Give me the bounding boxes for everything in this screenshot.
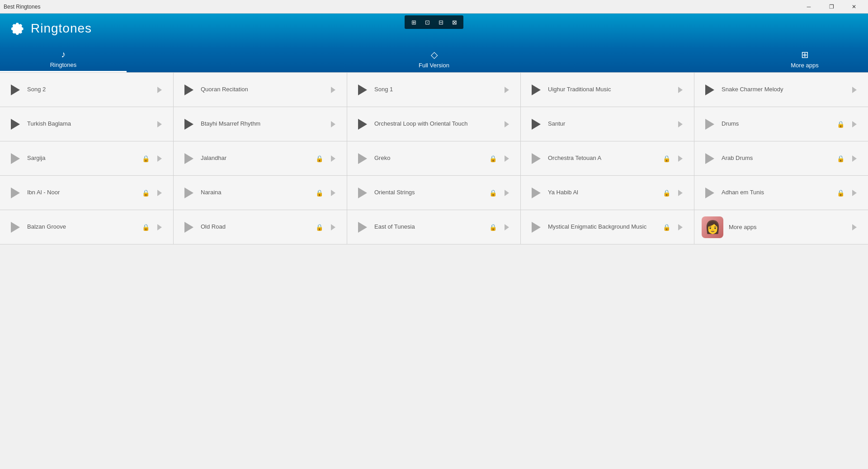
chevron-button[interactable] [674, 221, 687, 234]
play-icon [358, 222, 367, 233]
chevron-button[interactable] [500, 152, 513, 165]
song-cell: Btayhi Msarref Rhythm [174, 107, 347, 141]
title-bar-text: Best Ringtones [4, 4, 40, 10]
chevron-button[interactable] [153, 118, 166, 131]
play-button[interactable] [7, 82, 24, 98]
play-button[interactable] [528, 185, 544, 201]
chevron-button[interactable] [674, 152, 687, 165]
play-button[interactable] [354, 185, 371, 201]
tab-ringtones[interactable]: ♪ Ringtones [0, 45, 127, 72]
chevron-button[interactable] [674, 118, 687, 131]
chevron-button[interactable] [327, 118, 340, 131]
play-button[interactable] [528, 82, 544, 98]
play-button[interactable] [7, 219, 24, 235]
lock-icon: 🔒 [142, 189, 150, 197]
chevron-button[interactable] [500, 84, 513, 96]
chevron-right-icon [505, 155, 509, 162]
play-button[interactable] [181, 219, 197, 235]
tab-more-apps-label: More apps [791, 62, 818, 69]
minimize-button[interactable]: ─ [798, 0, 819, 14]
play-button[interactable] [181, 116, 197, 132]
chevron-button[interactable] [500, 221, 513, 234]
play-icon [532, 119, 541, 130]
chevron-button[interactable] [848, 152, 861, 165]
chevron-right-icon [331, 121, 335, 127]
lock-icon: 🔒 [142, 224, 150, 231]
song-name: Snake Charmer Melody [722, 86, 844, 94]
play-button[interactable] [354, 219, 371, 235]
song-name: Old Road [201, 223, 312, 231]
song-cell: Jalandhar 🔒 [174, 141, 347, 176]
song-cell: Mystical Enigmatic Background Music 🔒 [521, 210, 694, 244]
play-button[interactable] [181, 82, 197, 98]
close-button[interactable]: ✕ [844, 0, 864, 14]
chevron-right-icon [852, 224, 857, 230]
chevron-right-icon [157, 155, 162, 162]
song-cell: Sargija 🔒 [0, 141, 174, 176]
play-icon [705, 188, 714, 198]
chevron-button[interactable] [674, 187, 687, 199]
play-button[interactable] [354, 150, 371, 167]
grid-icon: ⊞ [801, 49, 809, 60]
toolbar-btn-3[interactable]: ⊟ [434, 17, 447, 27]
play-button[interactable] [7, 185, 24, 201]
chevron-right-icon [157, 87, 162, 93]
tab-more-apps[interactable]: ⊞ More apps [741, 45, 868, 72]
more-apps-cell[interactable]: 👩 More apps [694, 210, 868, 244]
play-button[interactable] [528, 219, 544, 235]
song-cell: Uighur Traditional Music [521, 73, 694, 107]
chevron-button[interactable] [153, 187, 166, 199]
chevron-right-icon [505, 87, 509, 93]
music-icon: ♪ [61, 49, 66, 60]
chevron-button[interactable] [500, 187, 513, 199]
toolbar-btn-2[interactable]: ⊡ [421, 17, 434, 27]
play-button[interactable] [702, 116, 718, 132]
chevron-button[interactable] [153, 84, 166, 96]
app-header: ⊞ ⊡ ⊟ ⊠ Ringtones ♪ Ringtones ◇ Full Ver… [0, 14, 868, 72]
chevron-button[interactable] [848, 187, 861, 199]
song-name: Jalandhar [201, 155, 312, 162]
song-cell: Santur [521, 107, 694, 141]
chevron-button[interactable] [500, 118, 513, 131]
song-cell: Song 1 [347, 73, 521, 107]
play-button[interactable] [181, 150, 197, 167]
play-button[interactable] [528, 116, 544, 132]
play-icon [705, 153, 714, 164]
lock-icon: 🔒 [837, 189, 844, 197]
chevron-button[interactable] [327, 152, 340, 165]
gear-icon [9, 20, 25, 37]
more-apps-chevron[interactable] [848, 221, 861, 234]
chevron-button[interactable] [327, 84, 340, 96]
play-button[interactable] [528, 150, 544, 167]
play-button[interactable] [702, 185, 718, 201]
song-name: Song 2 [27, 86, 150, 94]
play-button[interactable] [7, 116, 24, 132]
play-button[interactable] [702, 82, 718, 98]
play-icon [358, 119, 367, 130]
toolbar-btn-4[interactable]: ⊠ [448, 17, 461, 27]
toolbar-btn-1[interactable]: ⊞ [407, 17, 420, 27]
chevron-button[interactable] [153, 152, 166, 165]
song-name: Drums [722, 120, 833, 128]
play-button[interactable] [354, 82, 371, 98]
chevron-button[interactable] [327, 221, 340, 234]
play-button[interactable] [181, 185, 197, 201]
chevron-button[interactable] [153, 221, 166, 234]
chevron-button[interactable] [674, 84, 687, 96]
play-icon [184, 222, 193, 233]
chevron-right-icon [331, 155, 335, 162]
chevron-button[interactable] [848, 84, 861, 96]
chevron-button[interactable] [327, 187, 340, 199]
chevron-right-icon [678, 190, 683, 196]
play-button[interactable] [354, 116, 371, 132]
restore-button[interactable]: ❐ [821, 0, 842, 14]
song-cell: Ya Habib Al 🔒 [521, 176, 694, 210]
chevron-right-icon [678, 87, 683, 93]
play-button[interactable] [702, 150, 718, 167]
play-icon [705, 84, 714, 95]
chevron-button[interactable] [848, 118, 861, 131]
song-name: Mystical Enigmatic Background Music [548, 223, 659, 231]
play-button[interactable] [7, 150, 24, 167]
song-name: Orchestra Tetouan A [548, 155, 659, 162]
tab-full-version[interactable]: ◇ Full Version [371, 45, 497, 72]
